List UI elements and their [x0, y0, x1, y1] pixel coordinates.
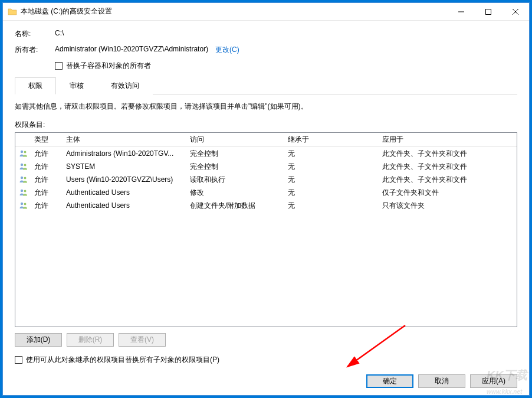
- svg-point-13: [24, 203, 27, 205]
- list-buttons: 添加(D) 删除(R) 查看(V): [15, 333, 517, 347]
- cell-access: 完全控制: [188, 149, 285, 159]
- svg-point-10: [21, 190, 23, 192]
- permission-entries-label: 权限条目:: [15, 120, 517, 130]
- cell-applies: 此文件夹、子文件夹和文件: [380, 175, 517, 185]
- cell-applies: 此文件夹、子文件夹和文件: [380, 162, 517, 172]
- advanced-security-window: 本地磁盘 (C:)的高级安全设置 名称: C:\ 所有者: Administra…: [2, 2, 530, 396]
- svg-point-6: [21, 164, 23, 166]
- annotation-arrow: [340, 321, 411, 374]
- svg-point-8: [21, 177, 23, 179]
- users-icon: [18, 149, 29, 158]
- cell-inherited: 无: [285, 201, 380, 211]
- svg-rect-1: [486, 9, 491, 14]
- replace-owner-checkbox[interactable]: [55, 62, 63, 70]
- folder-icon: [8, 7, 17, 17]
- cell-inherited: 无: [285, 149, 380, 159]
- maximize-button[interactable]: [475, 3, 502, 20]
- minimize-button[interactable]: [448, 3, 475, 20]
- cell-inherited: 无: [285, 188, 380, 198]
- name-value: C:\: [55, 29, 64, 37]
- cancel-button[interactable]: 取消: [418, 374, 465, 388]
- svg-point-11: [24, 190, 27, 193]
- svg-point-4: [21, 151, 23, 153]
- users-icon: [18, 201, 29, 210]
- users-icon: [18, 188, 29, 197]
- permission-row[interactable]: 允许Administrators (Win10-2020TGV...完全控制无此…: [15, 147, 517, 160]
- cell-principal: Administrators (Win10-2020TGV...: [64, 149, 188, 158]
- svg-point-9: [24, 177, 27, 180]
- content-area: 名称: C:\ 所有者: Administrator (Win10-2020TG…: [3, 21, 529, 395]
- permission-row[interactable]: 允许Authenticated Users修改无仅子文件夹和文件: [15, 186, 517, 199]
- permission-list[interactable]: 类型 主体 访问 继承于 应用于 允许Administrators (Win10…: [15, 132, 517, 327]
- col-applies[interactable]: 应用于: [380, 135, 517, 145]
- cell-inherited: 无: [285, 175, 380, 185]
- cell-access: 读取和执行: [188, 175, 285, 185]
- owner-value: Administrator (Win10-2020TGVZZ\Administr…: [55, 45, 208, 53]
- cell-type: 允许: [32, 162, 64, 172]
- owner-label: 所有者:: [15, 45, 55, 55]
- ok-button[interactable]: 确定: [366, 374, 413, 388]
- col-type[interactable]: 类型: [32, 135, 64, 145]
- titlebar: 本地磁盘 (C:)的高级安全设置: [3, 3, 529, 21]
- svg-point-12: [21, 203, 23, 205]
- cell-principal: Authenticated Users: [64, 188, 188, 197]
- remove-button: 删除(R): [67, 333, 114, 347]
- list-header: 类型 主体 访问 继承于 应用于: [15, 133, 517, 147]
- replace-owner-row: 替换子容器和对象的所有者: [55, 61, 517, 71]
- name-label: 名称:: [15, 29, 55, 39]
- replace-owner-label: 替换子容器和对象的所有者: [66, 61, 151, 71]
- apply-button[interactable]: 应用(A): [470, 374, 517, 388]
- cell-access: 修改: [188, 188, 285, 198]
- instruction-text: 如需其他信息，请双击权限项目。若要修改权限项目，请选择该项目并单击"编辑"(如果…: [15, 102, 517, 112]
- permission-row[interactable]: 允许Users (Win10-2020TGVZZ\Users)读取和执行无此文件…: [15, 173, 517, 186]
- users-icon: [18, 162, 29, 171]
- cell-principal: Users (Win10-2020TGVZZ\Users): [64, 175, 188, 184]
- window-title: 本地磁盘 (C:)的高级安全设置: [21, 6, 448, 17]
- add-button[interactable]: 添加(D): [15, 333, 62, 347]
- cell-principal: SYSTEM: [64, 162, 188, 171]
- svg-point-5: [24, 151, 27, 154]
- cell-applies: 仅子文件夹和文件: [380, 188, 517, 198]
- cell-access: 完全控制: [188, 162, 285, 172]
- tab-audit[interactable]: 审核: [56, 77, 97, 94]
- cell-inherited: 无: [285, 162, 380, 172]
- cell-principal: Authenticated Users: [64, 201, 188, 210]
- close-button[interactable]: [502, 3, 529, 20]
- cell-type: 允许: [32, 175, 64, 185]
- replace-inherit-row: 使用可从此对象继承的权限项目替换所有子对象的权限项目(P): [15, 355, 517, 365]
- col-access[interactable]: 访问: [188, 135, 285, 145]
- permission-row[interactable]: 允许SYSTEM完全控制无此文件夹、子文件夹和文件: [15, 160, 517, 173]
- cell-type: 允许: [32, 201, 64, 211]
- replace-inherit-checkbox[interactable]: [15, 356, 22, 364]
- view-button: 查看(V): [119, 333, 166, 347]
- svg-point-7: [24, 164, 27, 167]
- col-principal[interactable]: 主体: [64, 135, 188, 145]
- users-icon: [18, 175, 29, 184]
- col-inherited[interactable]: 继承于: [285, 135, 380, 145]
- owner-row: 所有者: Administrator (Win10-2020TGVZZ\Admi…: [15, 45, 517, 55]
- dialog-footer: 确定 取消 应用(A): [15, 374, 517, 388]
- change-owner-link[interactable]: 更改(C): [215, 45, 239, 55]
- cell-type: 允许: [32, 188, 64, 198]
- window-controls: [448, 3, 529, 20]
- cell-applies: 只有该文件夹: [380, 201, 517, 211]
- cell-applies: 此文件夹、子文件夹和文件: [380, 149, 517, 159]
- replace-inherit-label: 使用可从此对象继承的权限项目替换所有子对象的权限项目(P): [26, 355, 219, 365]
- tabs: 权限 审核 有效访问: [15, 77, 517, 94]
- permission-row[interactable]: 允许Authenticated Users创建文件夹/附加数据无只有该文件夹: [15, 199, 517, 212]
- cell-type: 允许: [32, 149, 64, 159]
- tab-effective-access[interactable]: 有效访问: [97, 77, 153, 94]
- tab-permissions[interactable]: 权限: [15, 77, 56, 94]
- cell-access: 创建文件夹/附加数据: [188, 201, 285, 211]
- name-row: 名称: C:\: [15, 29, 517, 39]
